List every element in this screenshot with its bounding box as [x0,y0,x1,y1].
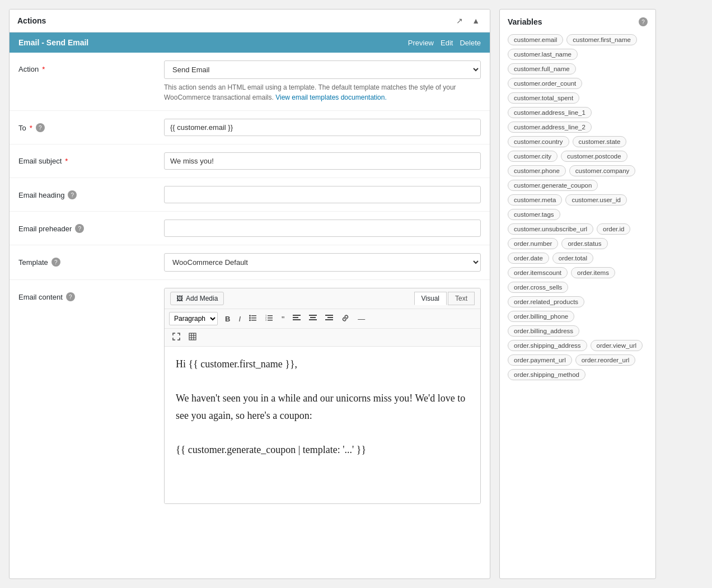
email-preheader-input[interactable] [164,220,481,237]
unordered-list-button[interactable] [246,312,260,325]
link-button[interactable] [338,312,353,325]
variable-tag[interactable]: customer.tags [508,209,560,220]
tab-visual[interactable]: Visual [414,292,447,305]
fullscreen-button[interactable] [169,331,184,344]
variable-tag[interactable]: order.items [571,267,615,278]
email-bar-title: Email - Send Email [18,38,88,47]
variable-tag[interactable]: order.shipping_method [508,369,585,380]
variable-tag[interactable]: order.billing_phone [508,311,574,322]
email-preheader-help-icon[interactable]: ? [75,224,84,233]
variable-tag[interactable]: order.cross_sells [508,282,568,293]
svg-rect-19 [327,317,333,318]
tab-text[interactable]: Text [448,292,475,305]
email-heading-help-icon[interactable]: ? [68,190,77,199]
variable-tag[interactable]: customer.user_id [565,194,627,206]
svg-rect-1 [251,318,256,319]
variables-title: Variables [508,17,542,26]
collapse-icon[interactable]: ▲ [470,15,482,26]
variable-tag[interactable]: customer.country [508,136,569,147]
edit-button[interactable]: Edit [441,39,453,47]
action-select[interactable]: Send Email [164,60,481,79]
to-input[interactable] [164,119,481,136]
variable-tag[interactable]: customer.generate_coupon [508,180,598,191]
link-icon [341,314,349,322]
action-row: Action * Send Email This action sends an… [10,53,490,111]
variable-tag[interactable]: customer.last_name [508,49,578,60]
variable-tag[interactable]: customer.meta [508,194,562,206]
variable-tag[interactable]: order.related_products [508,296,584,307]
italic-button[interactable]: I [235,313,244,325]
variable-tag[interactable]: customer.unsubscribe_url [508,223,593,235]
email-preheader-field [164,220,481,237]
svg-rect-8 [268,320,273,321]
svg-rect-13 [293,317,298,318]
ordered-list-button[interactable]: 123 [262,312,277,325]
editor-wrapper: 🖼 Add Media Visual Text Paragraph [164,288,481,504]
variables-panel: Variables ? customer.emailcustomer.first… [499,9,656,579]
variable-tag[interactable]: customer.order_count [508,78,582,89]
paragraph-select[interactable]: Paragraph [169,312,218,325]
email-subject-field [164,152,481,170]
email-subject-input[interactable] [164,152,481,170]
to-required-star: * [30,124,32,132]
svg-rect-16 [310,317,316,318]
variable-tag[interactable]: customer.city [508,151,558,162]
svg-rect-15 [309,315,317,316]
svg-point-4 [249,317,251,319]
external-link-icon[interactable]: ↗ [454,15,465,26]
variable-tag[interactable]: order.view_url [591,340,643,351]
variable-tag[interactable]: order.reorder_url [575,354,636,366]
variable-tag[interactable]: order.billing_address [508,325,579,337]
to-help-icon[interactable]: ? [36,123,45,132]
bold-button[interactable]: B [222,313,233,325]
editor-content[interactable]: Hi {{ customer.first_name }}, We haven't… [165,347,480,503]
variable-tag[interactable]: order.total [552,253,593,264]
table-button[interactable] [185,331,200,344]
variable-tag[interactable]: customer.phone [508,165,566,176]
variable-tag[interactable]: customer.postcode [561,151,627,162]
add-media-button[interactable]: 🖼 Add Media [170,292,224,305]
variable-tag[interactable]: customer.address_line_2 [508,122,592,133]
more-button[interactable]: — [354,313,368,325]
variable-tag[interactable]: customer.company [569,165,636,176]
align-left-button[interactable] [289,313,304,325]
add-media-icon: 🖼 [176,295,183,302]
actions-title: Actions [17,16,46,25]
editor-toolbar-row1: Paragraph B I 123 " [165,309,480,329]
align-right-button[interactable] [322,313,336,325]
svg-rect-21 [189,333,196,340]
email-heading-input[interactable] [164,186,481,203]
variable-tag[interactable]: customer.first_name [566,34,637,45]
variable-tag[interactable]: customer.state [573,136,627,147]
variable-tag[interactable]: customer.email [508,34,563,45]
editor-line3: {{ customer.generate_coupon | template: … [176,441,469,459]
variable-tag[interactable]: order.shipping_address [508,340,587,351]
variable-tag[interactable]: customer.full_name [508,63,576,74]
variable-tag[interactable]: order.number [508,238,558,249]
variable-tag[interactable]: customer.total_spent [508,92,579,104]
variable-tag[interactable]: order.payment_url [508,354,572,366]
email-bar: Email - Send Email Preview Edit Delete [10,32,490,53]
blockquote-button[interactable]: " [278,312,288,325]
delete-button[interactable]: Delete [460,39,481,47]
actions-header-icons: ↗ ▲ [454,15,482,26]
template-help-icon[interactable]: ? [51,258,60,267]
action-label: Action * [18,60,164,73]
align-center-button[interactable] [306,313,320,325]
actions-header: Actions ↗ ▲ [10,10,490,32]
template-select[interactable]: WooCommerce Default Plain [164,253,481,272]
variable-tag[interactable]: order.status [561,238,607,249]
email-content-help-icon[interactable]: ? [66,292,75,301]
variable-tag[interactable]: order.id [597,223,630,235]
action-doc-link[interactable]: View email templates documentation. [275,94,387,101]
form-section: Action * Send Email This action sends an… [10,53,490,512]
preview-button[interactable]: Preview [408,39,434,47]
svg-point-3 [249,315,251,316]
variables-help-icon[interactable]: ? [639,17,648,26]
variables-list: customer.emailcustomer.first_namecustome… [508,34,648,380]
svg-point-5 [249,319,251,321]
variable-tag[interactable]: customer.address_line_1 [508,107,592,118]
variable-tag[interactable]: order.date [508,253,549,264]
email-preheader-label: Email preheader ? [18,220,164,233]
variable-tag[interactable]: order.itemscount [508,267,568,278]
